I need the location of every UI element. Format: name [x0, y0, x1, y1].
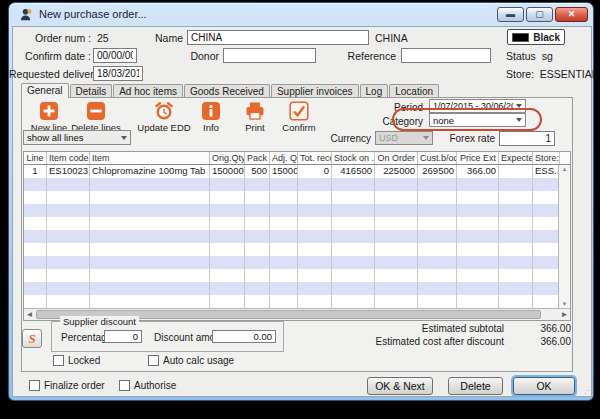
- authorise-checkbox[interactable]: Authorise: [119, 380, 176, 391]
- tab-log[interactable]: Log: [360, 84, 389, 98]
- locked-checkbox[interactable]: Locked: [53, 355, 100, 366]
- resize-grip[interactable]: ⋰: [581, 389, 590, 398]
- line-color-button[interactable]: Black: [507, 29, 565, 45]
- name-input[interactable]: [187, 30, 369, 45]
- new-line-button[interactable]: New line: [27, 101, 71, 133]
- table-cell: 269500: [418, 165, 457, 178]
- scroll-down-icon[interactable]: ▼: [559, 301, 570, 307]
- table-row-empty[interactable]: [24, 178, 570, 191]
- tab-location[interactable]: Location: [389, 84, 439, 98]
- column-header[interactable]: Tot. recei...: [298, 152, 332, 164]
- table-cell: [47, 204, 90, 217]
- scroll-up-icon[interactable]: ▲: [559, 166, 570, 172]
- column-header[interactable]: Price Ext: [457, 152, 499, 164]
- donor-input[interactable]: [223, 48, 316, 63]
- supplier-discount-button[interactable]: S: [22, 329, 42, 348]
- table-cell: [332, 269, 375, 282]
- table-cell: [457, 256, 499, 269]
- table-row-empty[interactable]: [24, 217, 570, 230]
- tab-ad-hoc-items[interactable]: Ad hoc items: [113, 84, 183, 98]
- table-cell: [332, 230, 375, 243]
- reference-input[interactable]: [401, 48, 491, 63]
- minimize-button[interactable]: ▬: [497, 7, 524, 22]
- table-row-empty[interactable]: [24, 243, 570, 256]
- table-cell: [90, 178, 210, 191]
- table-cell: [375, 178, 418, 191]
- table-cell: [499, 243, 533, 256]
- scroll-left-icon[interactable]: ◄: [24, 309, 35, 320]
- table-row-empty[interactable]: [24, 230, 570, 243]
- column-header[interactable]: Stock on ...: [332, 152, 375, 164]
- table-cell: [332, 204, 375, 217]
- table-cell: [90, 282, 210, 295]
- period-dropdown[interactable]: 1/07/2015 - 30/06/20...: [429, 99, 526, 113]
- table-cell: [418, 191, 457, 204]
- close-button[interactable]: ✕: [555, 7, 588, 22]
- table-row-empty[interactable]: [24, 204, 570, 217]
- column-header[interactable]: Expected...: [499, 152, 533, 164]
- tab-goods-received[interactable]: Goods Received: [184, 84, 270, 98]
- auto-calc-usage-checkbox[interactable]: Auto calc usage: [148, 355, 234, 366]
- column-header[interactable]: Item code: [47, 152, 90, 164]
- forex-rate-input[interactable]: [499, 131, 555, 146]
- title-bar[interactable]: New purchase order... ▬ ▢ ✕: [9, 3, 593, 26]
- table-cell: [270, 204, 298, 217]
- table-cell: [418, 256, 457, 269]
- table-cell: [499, 178, 533, 191]
- table-row-empty[interactable]: [24, 282, 570, 295]
- discount-amount-input[interactable]: [212, 330, 276, 343]
- column-header[interactable]: Orig.Qty: [210, 152, 245, 164]
- table-row-empty[interactable]: [24, 295, 570, 308]
- table-cell: [270, 178, 298, 191]
- info-button[interactable]: Info: [191, 101, 231, 133]
- table-cell: [375, 256, 418, 269]
- requested-delivery-input[interactable]: [93, 66, 143, 81]
- finalize-order-checkbox[interactable]: Finalize order: [29, 380, 105, 391]
- table-cell: [47, 217, 90, 230]
- table-cell: [375, 295, 418, 308]
- tab-general[interactable]: General: [21, 83, 69, 98]
- table-cell: [298, 256, 332, 269]
- print-button[interactable]: Print: [235, 101, 275, 133]
- confirm-button[interactable]: Confirm: [277, 101, 321, 133]
- column-header[interactable]: On Order: [375, 152, 418, 164]
- update-edd-button[interactable]: Update EDD: [135, 101, 193, 133]
- percentage-input[interactable]: [104, 330, 142, 343]
- ok-button[interactable]: OK: [513, 377, 575, 395]
- table-cell: [47, 191, 90, 204]
- checkbox-icon: [148, 355, 159, 366]
- table-cell: [418, 282, 457, 295]
- store-value: ESSENTIAL: [540, 68, 598, 80]
- delete-lines-button[interactable]: Delete lines: [71, 101, 121, 133]
- column-header[interactable]: Line: [24, 152, 47, 164]
- table-row-empty[interactable]: [24, 269, 570, 282]
- scroll-right-icon[interactable]: ►: [559, 309, 570, 320]
- table-cell: [270, 282, 298, 295]
- column-header[interactable]: Adj. Qty: [270, 152, 298, 164]
- table-cell: [457, 243, 499, 256]
- currency-label: Currency: [321, 133, 371, 144]
- maximize-button[interactable]: ▢: [526, 7, 553, 22]
- ok-next-button[interactable]: OK & Next: [367, 377, 433, 395]
- category-dropdown[interactable]: none: [429, 113, 526, 127]
- table-row-empty[interactable]: [24, 191, 570, 204]
- column-header[interactable]: Cust.b/odrs: [418, 152, 457, 164]
- delete-button[interactable]: Delete: [448, 377, 503, 395]
- column-header[interactable]: Item: [90, 152, 210, 164]
- tab-details[interactable]: Details: [70, 84, 113, 98]
- tab-supplier-invoices[interactable]: Supplier invoices: [271, 84, 359, 98]
- table-cell: [245, 217, 270, 230]
- confirm-date-input[interactable]: [93, 48, 137, 63]
- table-cell: [418, 243, 457, 256]
- supplier-discount-group-label: Supplier discount: [60, 316, 139, 327]
- table-cell: [499, 230, 533, 243]
- table-row-empty[interactable]: [24, 256, 570, 269]
- table-cell: 150000: [270, 165, 298, 178]
- table-cell: [270, 269, 298, 282]
- table-row[interactable]: 1ES10023Chlopromazine 100mg Tab150000500…: [24, 165, 570, 178]
- column-header[interactable]: Store:: [533, 152, 560, 164]
- column-header[interactable]: Pack: [245, 152, 270, 164]
- table-cell: [245, 204, 270, 217]
- line-filter-dropdown[interactable]: show all lines: [23, 130, 131, 145]
- vertical-scrollbar[interactable]: ▲ ▼: [558, 165, 570, 308]
